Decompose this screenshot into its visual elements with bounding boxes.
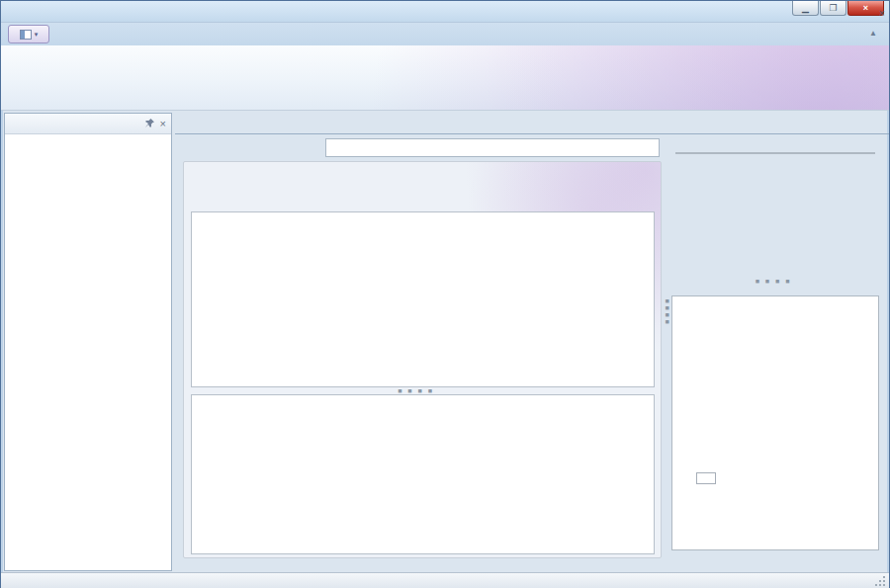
application-menu-icon	[20, 30, 32, 40]
title-bar[interactable]: ▁ ❐ ×	[1, 1, 889, 23]
horizontal-splitter[interactable]: ■ ■ ■ ■	[669, 279, 877, 285]
kpi-chart-panel	[191, 394, 655, 554]
top-customers-table	[675, 152, 875, 154]
ribbon-tab-row: ▾ ▲	[1, 23, 889, 45]
right-panel: ■ ■ ■ ■	[669, 134, 883, 570]
pie-legend	[696, 472, 716, 484]
new-opportunities-chart	[192, 395, 654, 553]
name-input[interactable]	[325, 138, 660, 157]
application-window: ▁ ❐ × ▾ ▲ × ×	[0, 0, 890, 588]
detail-view: ■ ■ ■ ■	[175, 134, 669, 570]
minimize-button[interactable]: ▁	[792, 1, 819, 16]
resize-grip[interactable]	[873, 574, 886, 587]
maximize-button[interactable]: ❐	[820, 1, 846, 16]
application-menu-button[interactable]: ▾	[8, 25, 49, 43]
ribbon-collapse-icon[interactable]: ▲	[869, 29, 877, 38]
kpi-grid	[191, 211, 655, 387]
lead-source-pie-chart	[672, 296, 878, 494]
pin-icon[interactable]	[145, 119, 154, 128]
lead-source-chart-box	[671, 295, 879, 550]
ribbon	[1, 45, 889, 111]
document-tab-strip	[175, 112, 889, 134]
close-tab-icon[interactable]: ×	[879, 7, 885, 19]
chevron-down-icon: ▾	[35, 31, 39, 39]
indicators-groupbox: ■ ■ ■ ■	[183, 161, 662, 558]
navigation-panel: ×	[4, 113, 172, 571]
close-panel-icon[interactable]: ×	[160, 118, 166, 129]
status-bar	[1, 572, 889, 588]
navigation-tree	[5, 134, 171, 569]
